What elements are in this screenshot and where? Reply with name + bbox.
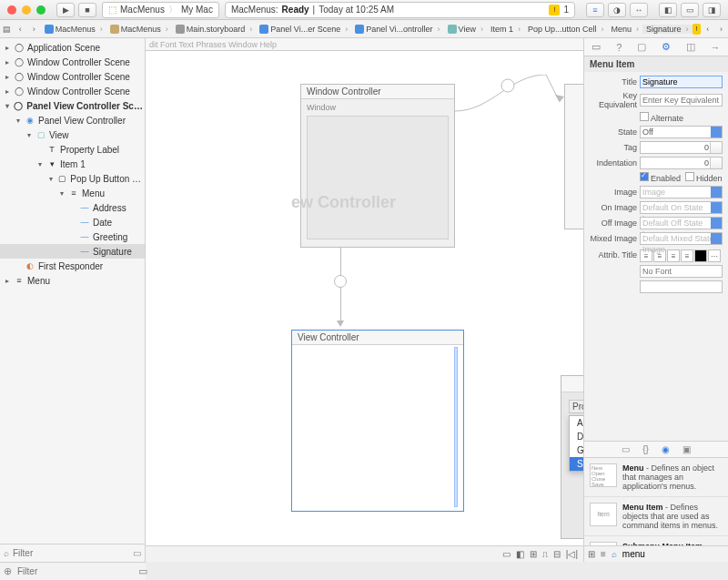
- outline-filter-input[interactable]: [13, 548, 129, 558]
- tag-stepper[interactable]: 0: [640, 141, 723, 154]
- popup-menu-item-selected[interactable]: Signature: [570, 457, 584, 471]
- canvas-tool-icon[interactable]: ⊞: [530, 549, 537, 559]
- tree-item[interactable]: ▾≡Menu: [0, 186, 145, 200]
- editor-assistant-button[interactable]: ◑: [608, 3, 626, 17]
- tree-item[interactable]: ▾▾Item 1: [0, 157, 145, 171]
- attrib-more-button[interactable]: ⋯: [708, 249, 721, 262]
- panel-vc-ghost-scene[interactable]: Panel View Controller: [564, 84, 584, 229]
- menu-item-row-selected[interactable]: —Signature: [0, 244, 145, 259]
- attrib-style-button[interactable]: ≡: [681, 249, 693, 262]
- scope-icon[interactable]: ▭: [138, 565, 147, 577]
- jump-seg[interactable]: MacMenus: [106, 25, 172, 34]
- toggle-navigator-button[interactable]: ◧: [659, 3, 677, 17]
- title-field[interactable]: [640, 76, 723, 88]
- library-tab-file[interactable]: ▭: [622, 444, 630, 454]
- attrib-text-field[interactable]: [640, 280, 723, 293]
- mixed-image-combo[interactable]: Default Mixed State Image: [640, 232, 723, 245]
- jump-seg[interactable]: View: [444, 25, 487, 34]
- close-window-button[interactable]: [7, 5, 16, 15]
- panel-view-controller-scene[interactable]: ◉ ◐ ▭ Property Address Date Greeting Sig…: [561, 375, 584, 539]
- popup-menu-item[interactable]: Address: [570, 416, 584, 430]
- forward-button[interactable]: ›: [28, 22, 40, 36]
- canvas-tool-icon[interactable]: |◁|: [566, 549, 578, 559]
- library-list-icon[interactable]: ≡: [601, 549, 606, 559]
- tree-item[interactable]: ▸≡Menu: [0, 273, 145, 288]
- library-item[interactable]: Menu ▸ Submenu Menu Item - Defines objec…: [584, 536, 728, 545]
- toggle-debug-button[interactable]: ▭: [681, 3, 699, 17]
- scene-row[interactable]: ▸◯Window Controller Scene: [0, 69, 145, 84]
- canvas-tool-icon[interactable]: ◧: [516, 549, 524, 559]
- window-controller-scene[interactable]: Window Controller Window: [300, 84, 455, 248]
- jump-seg[interactable]: Pop Up...utton Cell: [524, 25, 608, 34]
- library-tab-objects[interactable]: ◉: [662, 444, 670, 454]
- add-icon[interactable]: ⊕: [4, 565, 12, 577]
- popup-menu-item[interactable]: Greeting: [570, 443, 584, 457]
- image-combo[interactable]: Image: [640, 186, 723, 198]
- scene-row[interactable]: ▸◯Window Controller Scene: [0, 84, 145, 98]
- jump-seg[interactable]: Panel Vi...er Scene: [256, 25, 351, 34]
- storyboard-canvas[interactable]: dit Font Text Phrases Window Help Window…: [146, 38, 584, 562]
- tree-item[interactable]: ▾▢Pop Up Button Cell: [0, 171, 145, 186]
- canvas-tool-icon[interactable]: ⊟: [553, 549, 561, 559]
- menu-item-row[interactable]: —Address: [0, 200, 145, 215]
- stop-button[interactable]: ■: [78, 3, 96, 17]
- help-inspector-tab[interactable]: ?: [616, 42, 622, 53]
- jump-seg[interactable]: Menu: [607, 25, 642, 34]
- library-tab-media[interactable]: ▣: [682, 444, 691, 454]
- state-combo[interactable]: Off: [640, 126, 723, 138]
- minimize-window-button[interactable]: [22, 5, 31, 15]
- hidden-checkbox[interactable]: [685, 172, 694, 181]
- attrib-style-button[interactable]: ≡: [667, 249, 680, 262]
- scene-row[interactable]: ▸◯Application Scene: [0, 40, 145, 55]
- library-tab-code[interactable]: {}: [642, 444, 649, 454]
- navigator-filter-input[interactable]: [17, 566, 133, 576]
- jump-seg[interactable]: Panel Vi...ontroller: [351, 25, 443, 34]
- jump-seg[interactable]: Item 1: [487, 25, 524, 34]
- connections-inspector-tab[interactable]: →: [711, 42, 721, 53]
- outline-toggle-button[interactable]: ▭: [133, 548, 141, 558]
- scene-row[interactable]: ▸◯Window Controller Scene: [0, 55, 145, 69]
- enabled-checkbox[interactable]: [640, 172, 649, 181]
- run-button[interactable]: ▶: [56, 3, 75, 17]
- library-item[interactable]: Item Menu Item - Defines objects that ar…: [584, 497, 728, 536]
- key-equivalent-field[interactable]: [640, 94, 723, 107]
- back-button[interactable]: ‹: [15, 22, 26, 36]
- editor-standard-button[interactable]: ≡: [586, 3, 604, 17]
- tree-item[interactable]: TProperty Label: [0, 142, 145, 157]
- warning-icon[interactable]: !: [693, 24, 702, 35]
- canvas-tool-icon[interactable]: ⎍: [542, 549, 548, 559]
- related-items-button[interactable]: ▤: [1, 22, 13, 36]
- library-grid-icon[interactable]: ⊞: [588, 549, 595, 559]
- size-inspector-tab[interactable]: ◫: [686, 41, 695, 53]
- library-item[interactable]: NewOpenCloseSave Menu - Defines an objec…: [584, 458, 728, 497]
- font-field[interactable]: [640, 265, 723, 278]
- canvas-tool-icon[interactable]: ▭: [502, 549, 511, 559]
- library-filter-input[interactable]: [622, 549, 728, 559]
- toggle-inspector-button[interactable]: ◨: [703, 3, 721, 17]
- tree-item[interactable]: ◐First Responder: [0, 259, 145, 273]
- jump-back-button[interactable]: ‹: [702, 22, 713, 36]
- on-image-combo[interactable]: Default On State Image: [640, 201, 723, 214]
- tree-item[interactable]: ▾▢View: [0, 127, 145, 142]
- view-controller-scene[interactable]: View Controller: [291, 330, 464, 512]
- menu-item-row[interactable]: —Greeting: [0, 229, 145, 244]
- jump-forward-button[interactable]: ›: [715, 22, 727, 36]
- popup-menu-item[interactable]: Date: [570, 430, 584, 443]
- scheme-selector[interactable]: ⬚ MacMenus 〉 My Mac: [102, 2, 219, 18]
- indentation-stepper[interactable]: 0: [640, 157, 723, 169]
- attributes-inspector-tab[interactable]: ⚙: [662, 41, 671, 53]
- jump-seg[interactable]: MacMenus: [41, 25, 106, 34]
- off-image-combo[interactable]: Default Off State Image: [640, 217, 723, 229]
- menu-item-row[interactable]: —Date: [0, 215, 145, 229]
- attrib-color-button[interactable]: [694, 249, 707, 262]
- zoom-window-button[interactable]: [36, 5, 46, 15]
- tree-item[interactable]: ▾◉Panel View Controller: [0, 113, 145, 127]
- identity-inspector-tab[interactable]: ▢: [637, 41, 646, 53]
- warning-badge-icon[interactable]: !: [549, 5, 560, 15]
- jump-seg[interactable]: Signature: [642, 25, 693, 34]
- jump-seg[interactable]: Main.storyboard: [172, 25, 257, 34]
- file-inspector-tab[interactable]: ▭: [592, 41, 601, 53]
- editor-version-button[interactable]: ↔: [630, 3, 648, 17]
- alternate-checkbox[interactable]: [640, 112, 649, 121]
- scene-row[interactable]: ▾◯Panel View Controller Scene: [0, 98, 145, 113]
